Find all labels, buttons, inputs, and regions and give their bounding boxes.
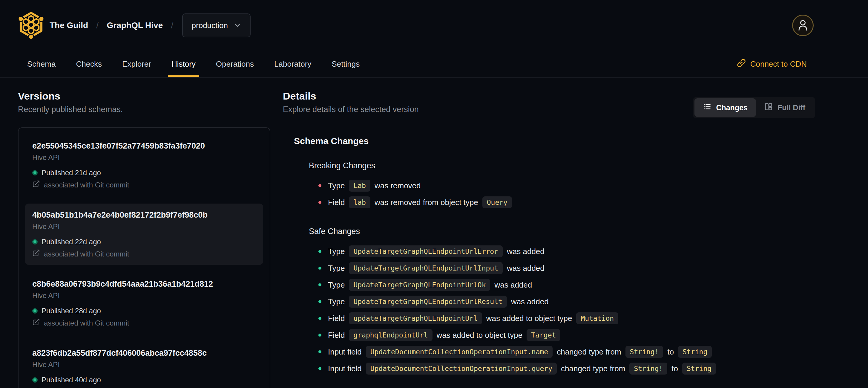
connect-cdn-link[interactable]: Connect to CDN [737,59,807,70]
tab-checks[interactable]: Checks [75,51,102,78]
version-hash: e2e55045345ce13fe07f52a77459b83fa3fe7020 [32,141,256,151]
tab-explorer[interactable]: Explorer [122,51,152,78]
list-icon [703,102,711,113]
breadcrumb-org-link[interactable]: The Guild [50,21,88,30]
change-text: Type [328,280,345,290]
target-selector[interactable]: production [182,13,251,37]
external-link-icon [32,249,44,259]
change-code-badge: String [682,363,716,375]
change-text: Type [328,181,345,190]
version-list-item[interactable]: 4b05ab51b1b4a7e2e4b0ef82172f2b9f7ef98c0b… [25,204,263,265]
published-status-text: Published 28d ago [41,306,101,316]
bullet-icon [318,350,321,353]
published-status-text: Published 21d ago [41,168,101,178]
change-group-title: Breaking Changes [309,160,815,171]
version-service-name: Hive API [32,153,256,162]
details-subtitle: Explore details of the selected version [283,104,419,115]
version-service-name: Hive API [32,222,256,231]
link-icon [737,59,746,70]
bullet-icon [318,334,321,336]
tab-operations[interactable]: Operations [215,51,254,78]
header: The Guild / GraphQL Hive / production [0,0,868,78]
change-code-badge: String [678,346,712,358]
bullet-icon [318,317,321,320]
changes-view-label: Changes [716,103,748,112]
change-code-badge: UpdateTargetGraphQLEndpointUrlResult [349,296,507,307]
change-text: Field [328,331,345,340]
version-hash: a823f6db2a55df877dcf406006abca97fcc4858c [32,348,256,358]
change-code-badge: graphqlEndpointUrl [349,329,432,341]
breadcrumb: The Guild / GraphQL Hive / production [50,13,251,37]
tab-settings[interactable]: Settings [331,51,360,78]
git-commit-link[interactable]: associated with Git commit [32,249,256,259]
published-status: Published 21d ago [32,168,256,178]
published-status-dot-icon [32,170,38,176]
change-row: FieldgraphqlEndpointUrlwas added to obje… [309,329,815,341]
version-list-item[interactable]: a823f6db2a55df877dcf406006abca97fcc4858c… [25,342,263,388]
change-code-badge: String! [629,363,667,375]
schema-changes-title: Schema Changes [294,135,815,147]
change-code-badge: UpdateDocumentCollectionOperationInput.q… [366,363,557,375]
changes-view-button[interactable]: Changes [694,98,756,117]
tab-history[interactable]: History [171,51,196,78]
details-panel: Details Explore details of the selected … [283,90,815,379]
change-text: was added [507,247,545,256]
change-group: Breaking Changes TypeLabwas removed Fiel… [294,160,815,213]
change-text: to [667,347,674,357]
change-group: Safe Changes TypeUpdateTargetGraphQLEndp… [294,226,815,379]
published-status: Published 40d ago [32,375,256,385]
git-commit-link[interactable]: associated with Git commit [32,180,256,190]
versions-subtitle: Recently published schemas. [18,104,270,115]
bullet-icon [318,201,321,204]
change-code-badge: UpdateTargetGraphQLEndpointUrlError [349,245,503,257]
breadcrumb-separator: / [171,20,173,30]
change-rows: TypeLabwas removed Fieldlabwas removed f… [309,179,815,213]
published-status-dot-icon [32,308,38,314]
version-list-item[interactable]: c8b6e88a06793b9c4dfd54aaa21b36a1b421d812… [25,273,263,334]
git-commit-text: associated with Git commit [44,249,129,259]
versions-title: Versions [18,90,270,102]
change-code-badge: Lab [349,180,370,191]
breadcrumb-separator: / [96,20,99,30]
nav-row: SchemaChecksExplorerHistoryOperationsLab… [0,51,868,78]
user-menu-button[interactable] [792,14,814,36]
git-commit-text: associated with Git commit [44,181,129,189]
tab-schema[interactable]: Schema [27,51,56,78]
change-row: TypeUpdateTargetGraphQLEndpointUrlOkwas … [309,278,815,291]
change-code-badge: UpdateTargetGraphQLEndpointUrlInput [349,262,503,274]
app-root: The Guild / GraphQL Hive / production [0,0,868,388]
tab-laboratory[interactable]: Laboratory [274,51,312,78]
git-commit-link[interactable]: associated with Git commit [32,318,256,328]
change-groups: Breaking Changes TypeLabwas removed Fiel… [294,160,815,379]
full-diff-view-label: Full Diff [777,103,805,112]
details-title-block: Details Explore details of the selected … [283,90,419,115]
git-commit-text: associated with Git commit [44,319,129,328]
change-row: TypeUpdateTargetGraphQLEndpointUrlInputw… [309,262,815,274]
bullet-icon [318,184,321,187]
change-text: Field [328,314,345,323]
change-code-badge: UpdateTargetGraphQLEndpointUrlOk [349,279,490,291]
change-text: to [672,364,678,374]
change-code-badge: UpdateDocumentCollectionOperationInput.n… [366,346,553,358]
view-toggle: Changes Full Diff [693,97,815,118]
external-link-icon [32,318,44,328]
chevron-down-icon [228,22,241,30]
change-text: Input field [328,364,362,374]
change-row: TypeUpdateTargetGraphQLEndpointUrlErrorw… [309,245,815,258]
change-text: was added to object type [486,314,572,323]
version-list: e2e55045345ce13fe07f52a77459b83fa3fe7020… [18,127,270,388]
change-text: was added [507,264,545,273]
full-diff-view-button[interactable]: Full Diff [756,98,814,117]
change-text: Type [328,247,345,256]
version-hash: c8b6e88a06793b9c4dfd54aaa21b36a1b421d812 [32,278,256,289]
version-service-name: Hive API [32,291,256,300]
bullet-icon [318,250,321,253]
version-list-item[interactable]: e2e55045345ce13fe07f52a77459b83fa3fe7020… [25,135,263,196]
hive-logo-link[interactable] [17,10,45,40]
change-text: was added to object type [437,331,523,340]
change-text: changed type from [561,364,625,374]
change-rows: TypeUpdateTargetGraphQLEndpointUrlErrorw… [309,245,815,379]
breadcrumb-project-link[interactable]: GraphQL Hive [106,21,163,30]
bullet-icon [318,283,321,287]
change-row: Fieldlabwas removed from object typeQuer… [309,196,815,209]
